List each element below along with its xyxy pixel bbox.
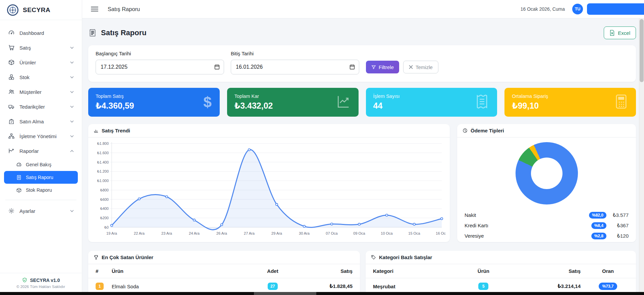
calendar-icon[interactable] bbox=[214, 64, 220, 70]
funnel-icon bbox=[371, 65, 376, 69]
legend-row-kredi-karti: Kredi Kartı %8,4 ₺367 bbox=[465, 220, 629, 231]
sidebar-item-stok[interactable]: Stok bbox=[4, 70, 78, 84]
bar-chart-icon bbox=[94, 128, 99, 133]
receipt-icon bbox=[475, 94, 489, 111]
top-products-title: En Çok Satan Ürünler bbox=[102, 254, 153, 260]
sidebar-subitem-satis-raporu[interactable]: Satış Raporu bbox=[4, 171, 78, 184]
scrollbar-thumb[interactable] bbox=[640, 19, 644, 82]
sitemap-icon bbox=[8, 133, 15, 139]
svg-text:23 Ara: 23 Ara bbox=[161, 231, 172, 235]
category-sales-panel: Kategori Bazlı Satışlar Kategori Ürün Sa… bbox=[366, 251, 636, 295]
brand-logo-icon bbox=[7, 4, 19, 16]
receipt-icon bbox=[16, 175, 22, 180]
cart-icon bbox=[8, 44, 15, 51]
start-date-label: Başlangıç Tarihi bbox=[96, 51, 224, 56]
brand-header: SECYRA bbox=[0, 0, 82, 20]
app-window: SECYRA Dashboard Satış Ürünler Stok bbox=[0, 0, 644, 295]
top-products-table: # Ürün Adet Satış 1 Elmalı Soda 27 ₺1.82… bbox=[88, 264, 360, 295]
sidebar-item-musteriler[interactable]: Müşteriler bbox=[4, 84, 78, 99]
svg-text:₺0: ₺0 bbox=[104, 225, 109, 229]
main-content: Satış Raporu Excel Başlangıç Tarihi Biti… bbox=[82, 18, 644, 295]
chevron-down-icon bbox=[70, 76, 74, 78]
end-date-label: Bitiş Tarihi bbox=[231, 51, 359, 56]
app-version: SECYRA v1.0 bbox=[30, 278, 60, 283]
stat-card-total-profit: Toplam Kar ₺3.432,02 bbox=[227, 88, 359, 117]
trend-up-icon bbox=[336, 94, 351, 110]
sidebar-item-urunler[interactable]: Ürünler bbox=[4, 55, 78, 70]
sidebar-item-tedarikciler[interactable]: Tedarikçiler bbox=[4, 99, 78, 114]
chevron-down-icon bbox=[70, 120, 74, 123]
count-badge: 5 bbox=[478, 283, 488, 290]
sidebar-item-satin-alma[interactable]: Satın Alma bbox=[4, 114, 78, 129]
cubes-icon bbox=[8, 74, 15, 80]
shield-check-icon bbox=[22, 277, 28, 283]
svg-text:22 Ara: 22 Ara bbox=[134, 231, 145, 235]
sales-trend-panel: Satış Trendi ₺0₺200₺400₺600₺800₺1.000₺1.… bbox=[88, 124, 450, 242]
chart-line-icon bbox=[8, 148, 15, 154]
svg-text:16 Oca: 16 Oca bbox=[436, 231, 446, 235]
sidebar-item-ayarlar[interactable]: Ayarlar bbox=[4, 203, 78, 218]
gear-icon bbox=[8, 208, 15, 214]
chevron-up-icon bbox=[70, 150, 74, 152]
chevron-down-icon bbox=[70, 61, 74, 64]
svg-text:07 Oca: 07 Oca bbox=[326, 231, 338, 235]
stat-card-total-sales: Toplam Satış ₺4.360,59 $ bbox=[88, 88, 220, 117]
filter-panel: Başlangıç Tarihi Bitiş Tarihi Filtrele bbox=[88, 45, 636, 82]
gauge-icon bbox=[8, 30, 15, 36]
excel-export-button[interactable]: Excel bbox=[604, 26, 636, 39]
svg-text:₺400: ₺400 bbox=[100, 206, 109, 211]
users-icon bbox=[8, 88, 15, 95]
sidebar-subitem-stok-raporu[interactable]: Stok Raporu bbox=[4, 184, 78, 196]
svg-text:₺200: ₺200 bbox=[100, 216, 109, 220]
vertical-scrollbar[interactable] bbox=[639, 18, 644, 295]
svg-text:10 Oca: 10 Oca bbox=[381, 231, 393, 235]
chevron-down-icon bbox=[70, 106, 74, 108]
user-menu-button[interactable] bbox=[587, 3, 644, 15]
svg-text:₺1.000: ₺1.000 bbox=[97, 179, 109, 183]
clear-button[interactable]: Temizle bbox=[403, 61, 438, 73]
start-date-input[interactable] bbox=[96, 60, 224, 74]
truck-icon bbox=[8, 103, 15, 110]
pct-badge: %8,4 bbox=[591, 222, 606, 229]
bag-icon bbox=[8, 118, 15, 125]
svg-text:19 Ara: 19 Ara bbox=[106, 231, 117, 235]
svg-text:09 Oca: 09 Oca bbox=[353, 231, 365, 235]
bottom-taskbar bbox=[0, 292, 644, 295]
topbar-date: 16 Ocak 2026, Cuma bbox=[521, 6, 565, 12]
sidebar-footer: SECYRA v1.0 © 2026 Tüm Hakları Saklıdır bbox=[0, 273, 82, 292]
sidebar-item-dashboard[interactable]: Dashboard bbox=[4, 25, 78, 40]
menu-toggle-icon[interactable] bbox=[91, 7, 98, 11]
payment-donut-chart[interactable] bbox=[516, 142, 578, 204]
sidebar-item-satis[interactable]: Satış bbox=[4, 40, 78, 55]
category-sales-title: Kategori Bazlı Satışlar bbox=[379, 254, 432, 260]
payment-types-title: Ödeme Tipleri bbox=[471, 128, 504, 133]
svg-text:27 Ara: 27 Ara bbox=[244, 231, 255, 235]
pct-badge: %82,0 bbox=[589, 212, 606, 219]
close-icon bbox=[409, 65, 413, 69]
filter-button[interactable]: Filtrele bbox=[366, 61, 399, 73]
sidebar-nav: Dashboard Satış Ürünler Stok Müşteriler bbox=[0, 20, 82, 218]
chevron-down-icon bbox=[70, 210, 74, 212]
tag-icon bbox=[371, 255, 376, 260]
topbar: Satış Raporu 16 Ocak 2026, Cuma TU bbox=[82, 0, 644, 18]
dollar-icon: $ bbox=[203, 94, 211, 111]
sidebar-subitem-genel-bakis[interactable]: Genel Bakış bbox=[4, 158, 78, 171]
end-date-input[interactable] bbox=[231, 60, 359, 74]
sales-trend-title: Satış Trendi bbox=[102, 128, 130, 133]
topbar-title: Satış Raporu bbox=[108, 6, 140, 12]
report-icon bbox=[88, 28, 97, 37]
trophy-icon bbox=[94, 255, 99, 260]
sidebar-divider bbox=[5, 200, 76, 200]
stat-card-transaction-count: İşlem Sayısı 44 bbox=[366, 88, 497, 117]
sidebar-item-isletme-yonetimi[interactable]: İşletme Yönetimi bbox=[4, 129, 78, 143]
svg-text:₺1.600: ₺1.600 bbox=[97, 151, 109, 155]
chevron-down-icon bbox=[70, 47, 74, 49]
sales-trend-chart[interactable]: ₺0₺200₺400₺600₺800₺1.000₺1.200₺1.400₺1.6… bbox=[92, 139, 446, 239]
rank-badge: 1 bbox=[96, 283, 104, 290]
category-sales-table: Kategori Ürün Satış Oran Meşrubat 5 ₺3.2… bbox=[366, 264, 636, 295]
calendar-icon[interactable] bbox=[350, 64, 355, 70]
legend-row-veresiye: Veresiye %2,8 ₺120 bbox=[465, 231, 629, 241]
stat-card-average-order: Ortalama Sipariş ₺99,10 bbox=[504, 88, 636, 117]
sidebar-item-raporlar[interactable]: Raporlar bbox=[4, 143, 78, 158]
avatar[interactable]: TU bbox=[572, 4, 583, 14]
